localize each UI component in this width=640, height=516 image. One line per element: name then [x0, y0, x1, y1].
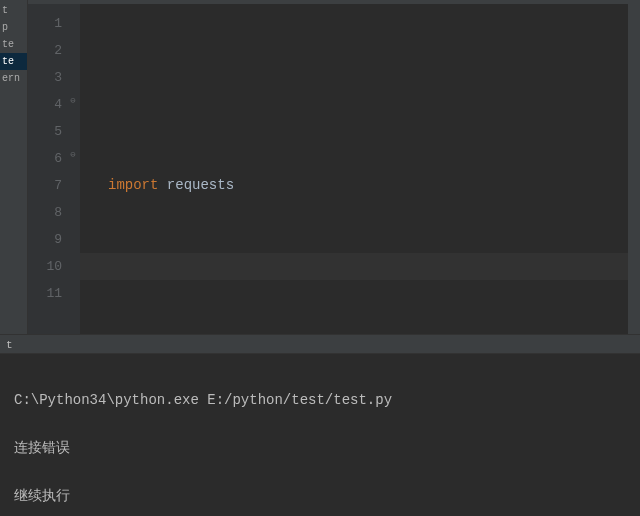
tree-item[interactable]: p: [0, 19, 27, 36]
line-number: 5: [28, 118, 62, 145]
console-line: 连接错误: [14, 436, 626, 460]
line-number: 4: [28, 91, 62, 118]
console-line: 继续执行: [14, 484, 626, 508]
console-line: C:\Python34\python.exe E:/python/test/te…: [14, 388, 626, 412]
tree-item[interactable]: te: [0, 36, 27, 53]
line-number: 11: [28, 280, 62, 307]
line-number: 10: [28, 253, 62, 280]
tree-item[interactable]: t: [0, 2, 27, 19]
tree-item-selected[interactable]: te: [0, 53, 27, 70]
code-area[interactable]: import requests try: html = requests.get…: [80, 4, 640, 334]
line-number: 1: [28, 10, 62, 37]
keyword-import: import: [108, 177, 158, 193]
line-number: 2: [28, 37, 62, 64]
line-number: 3: [28, 64, 62, 91]
tool-window-header[interactable]: t: [0, 334, 640, 354]
code-editor[interactable]: 1 2 3 4 5 6 7 8 9 10 11 ⊖ ⊖ import reque…: [28, 4, 640, 334]
line-number: 9: [28, 226, 62, 253]
line-number: 8: [28, 199, 62, 226]
fold-icon[interactable]: ⊖: [68, 150, 78, 160]
run-console[interactable]: C:\Python34\python.exe E:/python/test/te…: [0, 354, 640, 516]
project-tree[interactable]: t p te te ern: [0, 0, 28, 334]
top-area: t p te te ern 1 2 3 4 5 6 7 8 9 10 11 ⊖ …: [0, 0, 640, 334]
line-number: 7: [28, 172, 62, 199]
tree-item[interactable]: ern: [0, 70, 27, 87]
fold-icon[interactable]: ⊖: [68, 96, 78, 106]
vertical-scrollbar[interactable]: [628, 4, 640, 334]
line-number: 6: [28, 145, 62, 172]
module-name: requests: [158, 177, 234, 193]
editor-wrap: 1 2 3 4 5 6 7 8 9 10 11 ⊖ ⊖ import reque…: [28, 0, 640, 334]
gutter: 1 2 3 4 5 6 7 8 9 10 11 ⊖ ⊖: [28, 4, 80, 334]
